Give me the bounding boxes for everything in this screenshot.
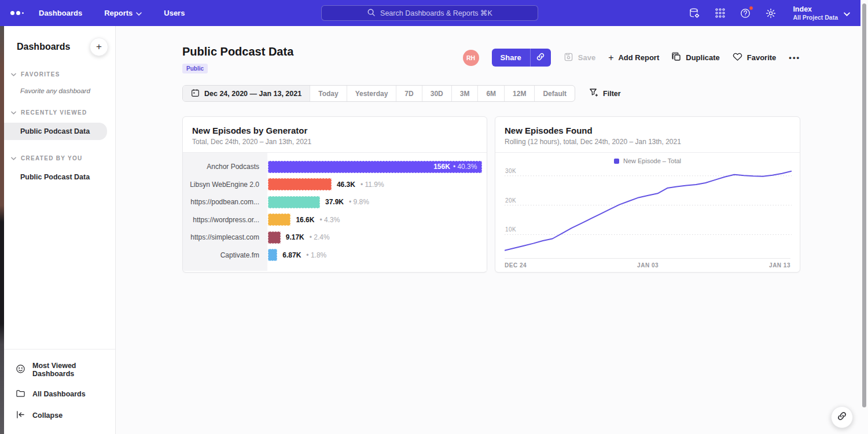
- bar-row[interactable]: Captivate.fm 6.87K • 1.8%: [183, 247, 487, 264]
- date-range-button[interactable]: Dec 24, 2020 — Jan 13, 2021: [183, 86, 310, 101]
- preset-6m[interactable]: 6M: [478, 86, 505, 101]
- visibility-badge: Public: [182, 64, 208, 73]
- collapse-sidebar-button[interactable]: Collapse: [4, 405, 115, 426]
- avatar[interactable]: RH: [463, 50, 479, 66]
- preset-label: 7D: [404, 90, 413, 98]
- smiley-icon: [16, 364, 25, 376]
- preset-30d[interactable]: 30D: [422, 86, 452, 101]
- bar-value: 37.9K: [325, 198, 344, 206]
- chevron-down-icon: [844, 8, 850, 19]
- filter-label: Filter: [603, 90, 621, 98]
- section-created-by-you[interactable]: CREATED BY YOU: [11, 155, 115, 161]
- add-report-label: Add Report: [618, 53, 659, 62]
- search-input[interactable]: Search Dashboards & Reports ⌘K: [321, 5, 538, 21]
- apps-grid-icon[interactable]: [714, 8, 726, 19]
- preset-default[interactable]: Default: [535, 86, 575, 101]
- section-label: CREATED BY YOU: [21, 155, 83, 161]
- section-favorites[interactable]: FAVORITES: [11, 71, 115, 78]
- chart-legend[interactable]: New Episode – Total: [505, 157, 790, 164]
- copy-link-button[interactable]: [530, 49, 551, 67]
- save-button[interactable]: Save: [564, 52, 595, 64]
- nav-item-reports[interactable]: Reports: [104, 9, 142, 17]
- legend-label: New Episode – Total: [623, 157, 681, 164]
- get-link-button[interactable]: [831, 406, 853, 428]
- x-tick: JAN 03: [637, 262, 659, 269]
- notification-dot: [749, 6, 753, 10]
- more-options-button[interactable]: •••: [789, 53, 800, 62]
- bar-row[interactable]: Libsyn WebEngine 2.0 46.3K • 11.9%: [183, 176, 487, 194]
- line-chart-card[interactable]: New Episodes Found Rolling (12 hours), t…: [495, 116, 800, 273]
- scrollbar-thumb[interactable]: [862, 3, 866, 407]
- bar-value: 16.6K: [296, 216, 314, 224]
- preset-12m[interactable]: 12M: [505, 86, 535, 101]
- sidebar-item-public-podcast-data[interactable]: Public Podcast Data: [4, 123, 107, 140]
- filter-button[interactable]: Filter: [589, 88, 621, 99]
- nav-item-dashboards[interactable]: Dashboards: [39, 9, 82, 17]
- bar-row[interactable]: https://podbean.com... 37.9K • 9.8%: [183, 193, 487, 211]
- project-switcher[interactable]: Index All Project Data: [793, 5, 850, 21]
- bar-category-label: Captivate.fm: [183, 251, 267, 259]
- line-chart[interactable]: 10K20K30K DEC 24 JAN 03 JAN 13: [505, 165, 790, 269]
- bar[interactable]: [268, 249, 277, 261]
- data-sources-icon[interactable]: [689, 8, 700, 19]
- favorite-button[interactable]: Favorite: [733, 52, 777, 63]
- chart-subtitle: Rolling (12 hours), total, Dec 24th, 202…: [505, 138, 790, 146]
- footer-item-label: All Dashboards: [32, 390, 86, 398]
- bar-category-label: https://simplecast.com: [183, 233, 267, 241]
- nav-item-label: Reports: [104, 9, 133, 17]
- amplitude-logo[interactable]: [10, 11, 24, 15]
- bar[interactable]: [268, 214, 290, 226]
- y-tick: 10K: [505, 226, 516, 233]
- preset-label: 12M: [513, 90, 526, 98]
- most-viewed-dashboards-button[interactable]: Most Viewed Dashboards: [4, 356, 115, 383]
- help-icon[interactable]: [740, 8, 751, 19]
- main-content: Public Podcast Data Public RH Share: [116, 26, 860, 434]
- bar[interactable]: [268, 231, 281, 244]
- bar-category-label: https://wordpress.or...: [183, 216, 267, 224]
- favorites-empty-text: Favorite any dashboard: [20, 87, 115, 94]
- section-recently-viewed[interactable]: RECENTLY VIEWED: [11, 109, 115, 116]
- preset-today[interactable]: Today: [310, 86, 347, 101]
- preset-label: Yesterday: [355, 90, 388, 98]
- preset-3m[interactable]: 3M: [452, 86, 479, 101]
- preset-7d[interactable]: 7D: [396, 86, 422, 101]
- add-report-button[interactable]: + Add Report: [608, 53, 659, 62]
- dashboard-title-block: Public Podcast Data Public: [182, 45, 293, 73]
- bar[interactable]: [268, 178, 332, 190]
- new-dashboard-button[interactable]: +: [90, 38, 108, 56]
- chart-subtitle: Total, Dec 24th, 2020 – Jan 13th, 2021: [192, 138, 477, 146]
- nav-item-users[interactable]: Users: [164, 9, 185, 17]
- bar-value: 9.17K: [286, 233, 304, 241]
- bar-percent: • 11.9%: [361, 181, 384, 189]
- settings-gear-icon[interactable]: [765, 8, 777, 19]
- search-placeholder: Search Dashboards & Reports ⌘K: [380, 9, 492, 17]
- share-button[interactable]: Share: [492, 49, 530, 67]
- all-dashboards-button[interactable]: All Dashboards: [4, 383, 115, 405]
- y-tick: 30K: [505, 168, 516, 174]
- background-window-edge: [0, 26, 4, 434]
- bar-chart-card[interactable]: New Episodes by Generator Total, Dec 24t…: [182, 116, 487, 273]
- search-icon: [367, 8, 376, 19]
- collapse-icon: [16, 410, 25, 421]
- sidebar-item-public-podcast-data[interactable]: Public Podcast Data: [4, 168, 115, 186]
- date-range-label: Dec 24, 2020 — Jan 13, 2021: [204, 90, 301, 98]
- folder-icon: [16, 388, 25, 400]
- chevron-down-icon: [11, 109, 16, 116]
- preset-yesterday[interactable]: Yesterday: [347, 86, 397, 101]
- bar-row[interactable]: https://simplecast.com 9.17K • 2.4%: [183, 229, 487, 247]
- bar-percent: • 40.3%: [453, 163, 477, 171]
- link-icon: [536, 52, 545, 64]
- bar-row[interactable]: Anchor Podcasts 156K • 40.3%: [183, 158, 487, 176]
- bar[interactable]: 156K • 40.3%: [268, 161, 482, 173]
- bar-row[interactable]: https://wordpress.or... 16.6K • 4.3%: [183, 211, 487, 229]
- duplicate-icon: [672, 52, 681, 63]
- project-name: Index: [793, 5, 838, 14]
- line-series[interactable]: [505, 171, 792, 251]
- section-label: RECENTLY VIEWED: [21, 109, 87, 116]
- bar-percent: • 9.8%: [349, 198, 369, 206]
- duplicate-button[interactable]: Duplicate: [672, 52, 720, 63]
- bar-chart: Anchor Podcasts 156K • 40.3% Libsyn Web: [183, 153, 487, 271]
- preset-label: 3M: [460, 90, 470, 98]
- bar-percent: • 2.4%: [310, 233, 330, 241]
- bar[interactable]: [268, 196, 320, 208]
